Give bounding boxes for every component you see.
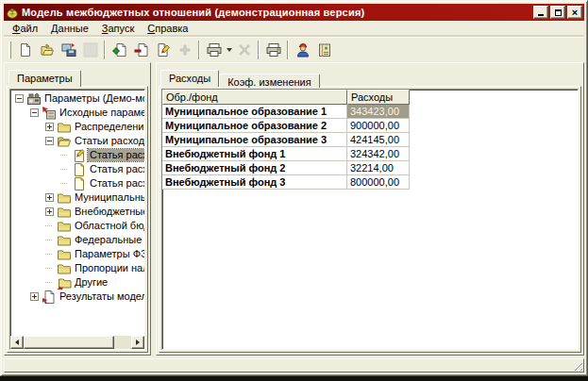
menu-item-run[interactable]: Запуск	[95, 22, 141, 36]
column-header-name[interactable]: Обр./фонд	[162, 90, 347, 105]
page-icon	[72, 176, 87, 191]
tree-item[interactable]: Статья расходов 2	[11, 162, 144, 176]
cell-expense-value[interactable]: 32214,00	[347, 161, 410, 175]
tab-change-coeffs[interactable]: Коэф. изменения	[219, 74, 320, 88]
cell-entity-name[interactable]: Муниципальное образование 1	[162, 105, 347, 119]
folder-icon	[57, 190, 72, 206]
tree-item-label: Статьи расходов	[73, 135, 145, 147]
blank-icon	[83, 42, 98, 58]
tree-item[interactable]: Статья расходов	[11, 148, 144, 162]
tree-item[interactable]: Областной бюджет	[11, 219, 144, 233]
cell-expense-value[interactable]: 324342,00	[347, 147, 410, 161]
cell-entity-name[interactable]: Внебюджетный фонд 3	[162, 175, 347, 190]
toolbar-gripper[interactable]	[8, 41, 11, 58]
expander-minus-icon[interactable]	[45, 137, 54, 145]
tab-parameters[interactable]: Параметры	[8, 70, 81, 87]
cancel-button	[233, 40, 255, 60]
help-book-button[interactable]	[313, 40, 335, 60]
new-button[interactable]	[14, 40, 36, 60]
menu-item-file[interactable]: Файл	[6, 22, 44, 36]
edit-record-button[interactable]	[152, 40, 174, 60]
minimize-button[interactable]	[533, 6, 548, 19]
print-preview-dropdown[interactable]	[225, 40, 233, 60]
cell-expense-value[interactable]: 424145,00	[347, 133, 410, 147]
tree-item[interactable]: Другие	[11, 275, 144, 290]
folder-icon	[57, 120, 72, 135]
scrollbar-thumb[interactable]	[24, 336, 114, 349]
folder-arrow-icon	[57, 275, 72, 290]
tree-item[interactable]: Исходные параметры	[11, 106, 144, 120]
tree-item-label: Другие	[73, 276, 109, 289]
add-record-button[interactable]	[109, 40, 130, 60]
tree-item-label: Результаты моделирования	[58, 290, 145, 303]
table-row: Внебюджетный фонд 232214,00	[162, 161, 410, 175]
user-button[interactable]	[292, 40, 313, 60]
cell-entity-name[interactable]: Муниципальное образование 2	[162, 119, 347, 133]
tab-expenses-label: Расходы	[169, 73, 210, 84]
tree-item[interactable]: Статьи расходов	[11, 134, 144, 148]
folder-open-icon	[57, 134, 72, 149]
left-tabbar: Параметры	[7, 69, 148, 86]
cell-expense-value[interactable]: 800000,00	[347, 175, 410, 190]
tree-connector	[42, 268, 57, 269]
cell-expense-value-selected[interactable]: 343423,00	[347, 105, 410, 119]
parameters-tree: Параметры (Демо-модель-2)Исходные параме…	[10, 90, 144, 304]
expander-plus-icon[interactable]	[45, 123, 54, 131]
cell-entity-name[interactable]: Муниципальное образование 3	[162, 133, 347, 147]
tree-item-label: Статья расходов 2	[88, 163, 145, 175]
menu-item-data[interactable]: Данные	[44, 22, 95, 36]
tab-expenses[interactable]: Расходы	[160, 70, 219, 87]
tree-item-label: Пропорции налогов	[73, 262, 145, 274]
toolbar-separator	[258, 41, 260, 59]
expander-plus-icon[interactable]	[45, 193, 54, 202]
cell-entity-name[interactable]: Внебюджетный фонд 1	[162, 147, 347, 161]
insert-button	[174, 40, 195, 60]
expander-plus-icon[interactable]	[45, 207, 54, 216]
plus-icon	[177, 42, 193, 58]
tab-parameters-label: Параметры	[17, 73, 73, 84]
page-icon	[72, 162, 87, 177]
maximize-button[interactable]	[550, 6, 565, 19]
folder-icon	[57, 261, 72, 276]
tree-item[interactable]: Муниципальные образования	[11, 190, 144, 205]
cell-entity-name[interactable]: Внебюджетный фонд 2	[162, 161, 347, 175]
scroll-left-button[interactable]	[10, 336, 24, 349]
table-row: Внебюджетный фонд 1324342,00	[162, 147, 410, 161]
print-preview-button[interactable]	[203, 40, 225, 60]
expander-minus-icon[interactable]	[30, 108, 39, 117]
parameters-panel: Параметры Параметры (Демо-модель-2)Исход…	[4, 62, 151, 356]
tree-item[interactable]: Федеральные трансферты	[11, 233, 144, 247]
column-header-value[interactable]: Расходы	[347, 90, 410, 105]
menu-bar: ФайлДанныеЗапускСправка	[4, 21, 584, 37]
tree-item-label: Внебюджетные фонды	[73, 206, 145, 218]
tree-connector	[57, 169, 72, 170]
title-bar[interactable]: Модель межбюджетных отношений (демонстра…	[4, 4, 584, 21]
expander-plus-icon[interactable]	[30, 292, 39, 301]
print-button[interactable]	[262, 40, 284, 60]
close-button[interactable]: ×	[567, 6, 582, 19]
app-window: Модель межбюджетных отношений (демонстра…	[0, 0, 588, 376]
tree-item[interactable]: Внебюджетные фонды	[11, 205, 144, 219]
right-arrow-icon	[136, 340, 140, 345]
tree-item[interactable]: Результаты моделирования	[11, 290, 144, 304]
screen-edge	[0, 376, 588, 381]
delete-record-button[interactable]	[130, 40, 152, 60]
tab-change-coeffs-label: Коэф. изменения	[227, 76, 311, 88]
toolbar-separator	[287, 41, 289, 59]
resize-grip[interactable]	[571, 359, 582, 371]
print-preview-icon	[207, 42, 222, 58]
tree-item[interactable]: Параметры (Демо-модель-2)	[11, 91, 144, 106]
tree-item[interactable]: Распределение налогов	[11, 120, 144, 134]
scroll-right-button[interactable]	[131, 336, 144, 349]
tree-view: Параметры (Демо-модель-2)Исходные параме…	[9, 89, 145, 350]
tree-item[interactable]: Статья расходов 3	[11, 176, 144, 190]
save-button[interactable]	[58, 40, 79, 60]
expander-minus-icon[interactable]	[15, 94, 24, 103]
menu-item-help[interactable]: Справка	[141, 22, 194, 36]
tree-item[interactable]: Пропорции налогов	[11, 261, 144, 275]
scrollbar-track[interactable]	[114, 336, 131, 349]
tree-item[interactable]: Параметры ФЭР	[11, 247, 144, 261]
cell-expense-value[interactable]: 900000,00	[347, 119, 410, 133]
open-button[interactable]	[36, 40, 58, 60]
horizontal-scrollbar[interactable]	[10, 336, 144, 349]
